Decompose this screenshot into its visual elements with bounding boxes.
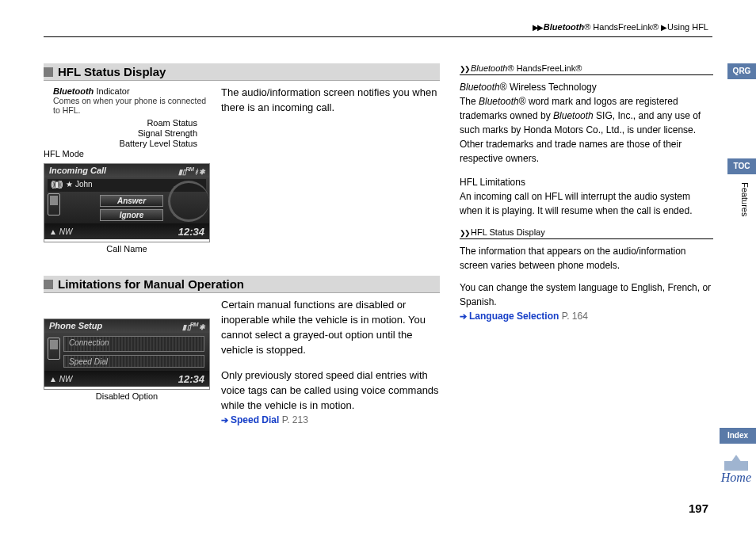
tab-qrg[interactable]: QRG [727, 63, 756, 79]
status-icons: ▮ ▯RM ᚼ ✱ [178, 166, 204, 176]
callout-labels: Bluetooth Indicator Comes on when your p… [44, 86, 210, 158]
screen-title: Incoming Call [49, 166, 106, 176]
caller-name: John [75, 180, 93, 189]
tab-features[interactable]: Features [740, 182, 750, 216]
ignore-button: Ignore [100, 209, 163, 221]
sidebar-subhead-1: ❯❯Bluetooth® HandsFreeLink® [460, 63, 713, 75]
screen-phone-setup: Phone Setup ▮ ▯RM ✱ Connection Speed Dia… [44, 318, 210, 390]
link-speed-dial[interactable]: ➔Speed Dial P. 213 [221, 414, 440, 427]
breadcrumb: ▶▶Bluetooth® HandsFreeLink®▶Using HFL [533, 22, 708, 32]
header-rule [44, 36, 712, 37]
caption-disabled-option: Disabled Option [44, 391, 210, 401]
screen-incoming-call: Incoming Call ▮ ▯RM ᚼ ✱ ((( ▮ ))) ★ John… [44, 163, 210, 242]
callout-hflmode: HFL Mode [44, 149, 210, 158]
sidebar-para-4: You can change the system language to En… [460, 280, 713, 309]
sidebar-para-2: An incoming call on HFL will interrupt t… [460, 189, 713, 218]
sidebar-subtitle-2: HFL Limitations [460, 175, 713, 189]
sidebar-para-1: The Bluetooth® word mark and logos are r… [460, 94, 713, 166]
section2-para2: Only previously stored speed dial entrie… [221, 368, 440, 414]
link-language-selection[interactable]: ➔Language Selection P. 164 [460, 309, 713, 323]
page-number: 197 [689, 502, 708, 515]
steering-wheel-icon [168, 181, 209, 222]
callout-signal: Signal Strength [44, 128, 210, 138]
caption-call-name: Call Name [44, 244, 210, 254]
tab-toc[interactable]: TOC [727, 158, 756, 174]
callout-roam: Roam Status [44, 118, 210, 128]
section1-paragraph: The audio/information screen notifies yo… [221, 86, 440, 254]
menu-item-connection: Connection [63, 336, 204, 352]
phone-wrench-icon [48, 338, 60, 360]
clock: 12:34 [178, 226, 204, 238]
callout-battery: Battery Level Status [44, 139, 210, 148]
clock: 12:34 [178, 373, 204, 385]
sidebar-para-3: The information that appears on the audi… [460, 244, 713, 273]
menu-item-speed-dial: Speed Dial [63, 355, 204, 368]
section2-para1: Certain manual functions are disabled or… [221, 298, 440, 357]
phone-icon [48, 193, 60, 216]
answer-button: Answer [100, 195, 163, 207]
section-heading-limitations: Limitations for Manual Operation [44, 276, 440, 293]
compass-indicator: ▲ NW [49, 227, 72, 236]
screen-title: Phone Setup [49, 321, 102, 331]
sidebar-subtitle-1: Bluetooth® Wireless Technology [460, 80, 713, 94]
tab-index[interactable]: Index [720, 428, 756, 444]
status-icons: ▮ ▯RM ✱ [182, 321, 204, 331]
section-heading-hfl-status: HFL Status Display [44, 63, 440, 81]
sidebar-subhead-2: ❯❯HFL Status Display [460, 227, 713, 239]
home-button[interactable]: Home [721, 452, 751, 485]
compass-indicator: ▲ NW [49, 375, 72, 383]
